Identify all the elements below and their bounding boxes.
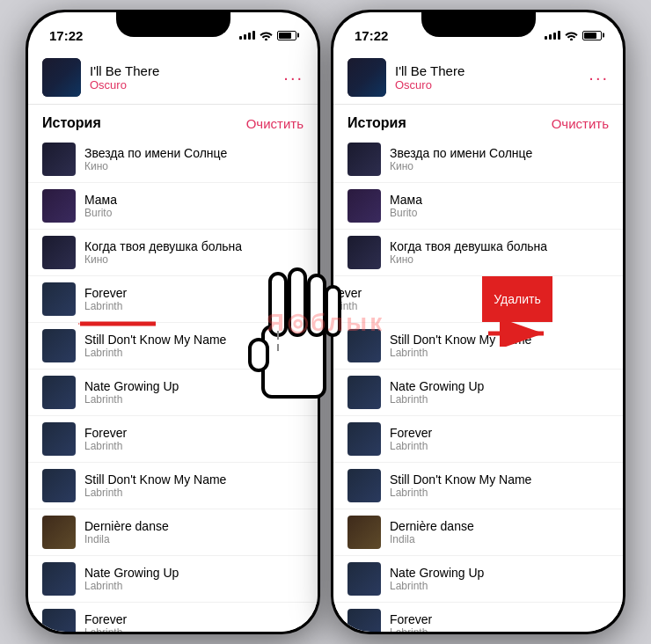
item-title: Когда твоя девушка больна <box>84 239 304 253</box>
history-item[interactable]: Still Don't Know My Name Labrinth <box>333 323 623 370</box>
item-title: Звезда по имени Солнце <box>84 146 304 160</box>
delete-button[interactable]: Удалить <box>482 276 552 322</box>
item-artist: Labrinth <box>390 487 609 499</box>
item-art <box>347 143 381 176</box>
item-title: Мама <box>390 193 609 207</box>
item-art <box>42 282 76 316</box>
item-art <box>347 329 381 362</box>
item-art <box>42 329 76 362</box>
history-item[interactable]: Forever Labrinth Удалить <box>333 276 552 323</box>
item-art <box>42 609 76 632</box>
album-art-left <box>42 58 81 97</box>
item-artist: Labrinth <box>84 347 304 359</box>
history-list-right: Звезда по имени Солнце Кино Мама Burito … <box>333 136 623 632</box>
phone-left: 17:22 <box>26 10 320 634</box>
more-options-right[interactable]: ··· <box>589 69 609 86</box>
item-title: Когда твоя девушка больна <box>390 239 609 253</box>
history-item[interactable]: Still Don't Know My Name Labrinth <box>333 463 623 509</box>
item-art <box>42 469 76 502</box>
history-item[interactable]: Forever Labrinth <box>333 603 623 632</box>
item-title: Dernière danse <box>390 519 609 533</box>
item-title: Still Don't Know My Name <box>390 472 609 487</box>
wifi-icon <box>260 31 273 40</box>
battery-icon <box>277 31 296 40</box>
item-title: Nate Growing Up <box>390 379 609 393</box>
phone-right: 17:22 <box>331 10 625 634</box>
item-artist: Кино <box>390 160 609 172</box>
history-item[interactable]: Мама Burito <box>333 183 623 230</box>
item-art <box>347 469 381 502</box>
history-item[interactable]: Nate Growing Up Labrinth <box>28 556 318 603</box>
notch <box>116 12 230 37</box>
item-artist: Labrinth <box>84 487 304 499</box>
item-artist: Burito <box>390 207 609 219</box>
history-item[interactable]: Dernière danse Indila <box>28 509 318 556</box>
status-icons-right <box>545 31 602 40</box>
history-item[interactable]: Dernière danse Indila <box>333 509 623 556</box>
history-item[interactable]: Still Don't Know My Name Labrinth <box>28 463 318 509</box>
section-header-left: История Очистить <box>28 105 318 136</box>
history-item[interactable]: Nate Growing Up Labrinth <box>333 556 623 603</box>
item-artist: Labrinth <box>390 440 609 452</box>
notch-right <box>421 12 536 37</box>
item-art <box>42 376 76 409</box>
history-item[interactable]: Forever Labrinth <box>28 276 318 323</box>
album-art-right <box>347 58 386 97</box>
history-item[interactable]: Forever Labrinth <box>28 416 318 463</box>
signal-icon-right <box>545 31 560 40</box>
item-artist: Labrinth <box>84 393 304 406</box>
history-item[interactable]: Nate Growing Up Labrinth <box>28 370 318 416</box>
history-item[interactable]: Звезда по имени Солнце Кино <box>28 136 318 183</box>
now-playing-artist-left: Oscuro <box>90 78 274 91</box>
now-playing-title-left: I'll Be There <box>90 63 274 78</box>
item-art <box>347 189 381 223</box>
history-item[interactable]: Звезда по имени Солнце Кино <box>333 136 623 183</box>
item-title: Still Don't Know My Name <box>390 333 609 347</box>
status-icons-left <box>239 31 296 40</box>
item-title: Nate Growing Up <box>84 566 304 580</box>
item-artist: Labrinth <box>84 300 304 312</box>
history-item[interactable]: Still Don't Know My Name Labrinth <box>28 323 318 370</box>
more-options-left[interactable]: ··· <box>283 69 304 86</box>
item-artist: Кино <box>84 253 304 266</box>
time-right: 17:22 <box>355 28 388 43</box>
clear-button-left[interactable]: Очистить <box>246 116 304 131</box>
item-artist: Кино <box>390 253 609 266</box>
item-title: Forever <box>390 612 609 626</box>
item-title: Forever <box>84 426 304 440</box>
history-item[interactable]: Когда твоя девушка больна Кино <box>333 230 623 276</box>
item-art <box>42 562 76 596</box>
item-artist: Labrinth <box>390 580 609 592</box>
item-artist: Labrinth <box>390 393 609 406</box>
item-art <box>42 236 76 269</box>
item-artist: Labrinth <box>84 580 304 592</box>
item-art <box>347 562 381 596</box>
item-artist: Burito <box>84 207 304 219</box>
battery-icon-right <box>582 31 602 40</box>
item-title: Мама <box>84 193 304 207</box>
item-title: Forever <box>390 426 609 440</box>
item-artist: Labrinth <box>84 626 304 632</box>
history-item[interactable]: Forever Labrinth <box>333 416 623 463</box>
now-playing-right: I'll Be There Oscuro ··· <box>333 51 623 105</box>
item-artist: Indila <box>84 533 304 545</box>
section-title-right: История <box>347 115 406 131</box>
clear-button-right[interactable]: Очистить <box>552 116 609 131</box>
phones-wrapper: 17:22 <box>26 10 625 634</box>
history-item[interactable]: Когда твоя девушка больна Кино <box>28 230 318 276</box>
history-item[interactable]: Nate Growing Up Labrinth <box>333 370 623 416</box>
item-title: Nate Growing Up <box>390 566 609 580</box>
item-art <box>42 422 76 456</box>
item-artist: Labrinth <box>390 347 609 359</box>
now-playing-title-right: I'll Be There <box>395 63 580 78</box>
history-item[interactable]: Forever Labrinth <box>28 603 318 632</box>
signal-icon <box>239 31 255 40</box>
item-title: Still Don't Know My Name <box>84 472 304 487</box>
item-art <box>42 189 76 223</box>
item-artist: Indila <box>390 533 609 545</box>
item-title: Nate Growing Up <box>84 379 304 393</box>
item-artist: Кино <box>84 160 304 172</box>
history-item[interactable]: Мама Burito <box>28 183 318 230</box>
item-title: Forever <box>84 286 304 300</box>
section-title-left: История <box>42 115 101 131</box>
